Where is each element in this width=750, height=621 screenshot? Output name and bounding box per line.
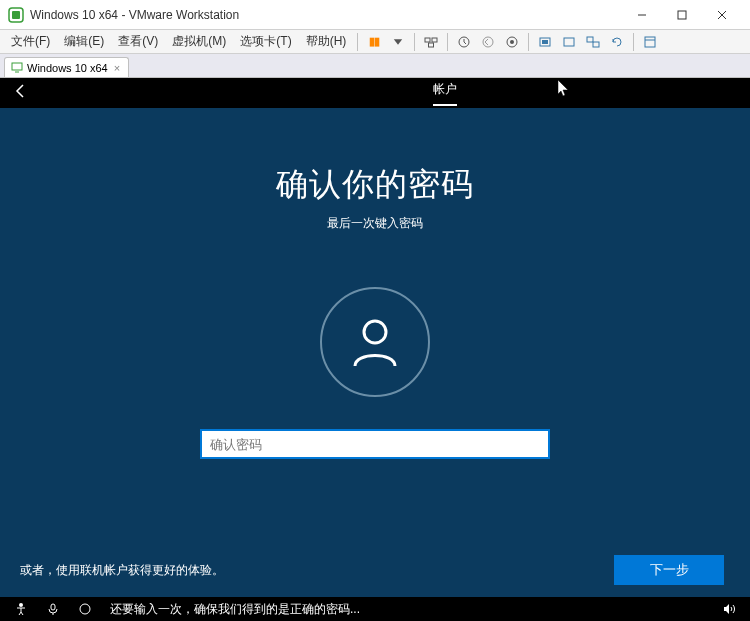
page-subtitle: 最后一次键入密码 [327,215,423,232]
snapshot-icon[interactable] [453,32,475,52]
monitor-icon [11,62,23,74]
user-avatar-icon [320,287,430,397]
window-controls [622,1,742,29]
back-button[interactable] [12,82,30,104]
oobe-header: 帐户 [0,78,750,108]
next-button[interactable]: 下一步 [614,555,724,585]
separator [447,33,448,51]
window-title: Windows 10 x64 - VMware Workstation [30,8,622,22]
svg-rect-15 [564,38,574,46]
cortana-text: 还要输入一次，确保我们得到的是正确的密码... [110,601,704,618]
tab-close-icon[interactable]: × [112,62,122,74]
microphone-icon[interactable] [46,602,60,616]
confirm-password-input[interactable] [200,429,550,459]
separator [357,33,358,51]
svg-rect-17 [593,42,599,47]
tab-label: Windows 10 x64 [27,62,108,74]
tab-strip: Windows 10 x64 × [0,54,750,78]
cortana-icon[interactable] [78,602,92,616]
dropdown-icon[interactable] [387,32,409,52]
svg-rect-16 [587,37,593,42]
vm-display: 帐户 确认你的密码 最后一次键入密码 或者，使用联机帐户获得更好的体验。 下一步… [0,78,750,621]
accessibility-icon[interactable] [14,602,28,616]
svg-rect-18 [645,37,655,47]
fullscreen-icon[interactable] [558,32,580,52]
svg-point-10 [483,37,493,47]
library-icon[interactable] [639,32,661,52]
snapshot-revert-icon[interactable] [477,32,499,52]
volume-icon[interactable] [722,602,736,616]
snapshot-manager-icon[interactable] [501,32,523,52]
page-title: 确认你的密码 [276,163,474,207]
oobe-content: 确认你的密码 最后一次键入密码 或者，使用联机帐户获得更好的体验。 下一步 [0,108,750,597]
svg-rect-20 [12,63,22,70]
svg-rect-24 [51,604,55,610]
separator [528,33,529,51]
window-titlebar: Windows 10 x64 - VMware Workstation [0,0,750,30]
svg-point-25 [80,604,90,614]
menu-view[interactable]: 查看(V) [111,30,165,53]
svg-rect-3 [678,11,686,19]
unity-icon[interactable] [582,32,604,52]
cycle-icon[interactable] [606,32,628,52]
app-icon [8,7,24,23]
svg-rect-14 [542,40,548,44]
svg-rect-1 [12,11,20,19]
svg-rect-6 [425,38,430,42]
send-ctrl-alt-del-icon[interactable] [420,32,442,52]
maximize-button[interactable] [662,1,702,29]
menubar: 文件(F) 编辑(E) 查看(V) 虚拟机(M) 选项卡(T) 帮助(H) ▮▮ [0,30,750,54]
svg-point-12 [510,40,514,44]
svg-rect-8 [429,43,434,47]
svg-point-23 [19,603,23,607]
pause-icon[interactable]: ▮▮ [363,32,385,52]
fit-guest-icon[interactable] [534,32,556,52]
separator [633,33,634,51]
svg-rect-7 [432,38,437,42]
menu-edit[interactable]: 编辑(E) [57,30,111,53]
menu-file[interactable]: 文件(F) [4,30,57,53]
oobe-tab-account[interactable]: 帐户 [433,81,457,106]
close-button[interactable] [702,1,742,29]
menu-vm[interactable]: 虚拟机(M) [165,30,233,53]
separator [414,33,415,51]
menu-help[interactable]: 帮助(H) [299,30,354,53]
oobe-footer: 还要输入一次，确保我们得到的是正确的密码... [0,597,750,621]
menu-tabs[interactable]: 选项卡(T) [233,30,298,53]
minimize-button[interactable] [622,1,662,29]
online-account-link[interactable]: 或者，使用联机帐户获得更好的体验。 [20,562,224,579]
svg-point-22 [364,321,386,343]
vm-tab[interactable]: Windows 10 x64 × [4,57,129,77]
